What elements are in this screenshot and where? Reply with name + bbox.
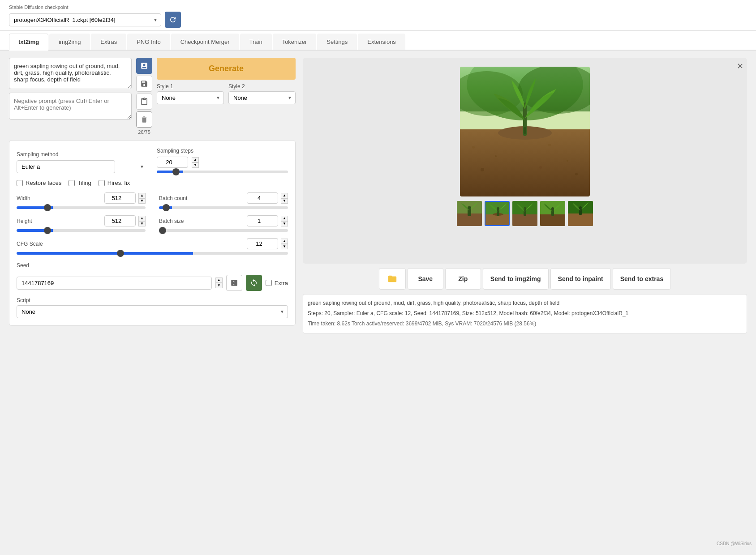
seed-stepper[interactable]: ▲ ▼ — [215, 278, 223, 288]
restore-faces-checkbox[interactable]: Restore faces — [17, 179, 61, 186]
trash-button[interactable] — [136, 111, 152, 128]
checkpoint-select-wrapper[interactable]: protogenX34OfficialR_1.ckpt [60fe2f34] ▼ — [9, 13, 161, 26]
send-to-img2img-button[interactable]: Send to img2img — [483, 268, 549, 290]
style1-select-wrapper[interactable]: None ▼ — [157, 91, 224, 104]
height-input[interactable] — [104, 215, 136, 226]
sampling-method-select[interactable]: Euler a — [17, 160, 115, 173]
folder-button[interactable] — [379, 268, 406, 290]
tab-tokenizer[interactable]: Tokenizer — [273, 34, 317, 50]
height-stepper[interactable]: ▲ ▼ — [138, 216, 146, 226]
tab-extras[interactable]: Extras — [91, 34, 126, 50]
sampling-steps-group: Sampling steps ▲ ▼ — [157, 148, 288, 173]
steps-up[interactable]: ▲ — [192, 157, 199, 162]
sampling-steps-input[interactable] — [157, 157, 188, 168]
cfg-scale-up[interactable]: ▲ — [281, 239, 288, 244]
batch-count-input[interactable] — [247, 192, 278, 204]
send-to-inpaint-button[interactable]: Send to inpaint — [550, 268, 611, 290]
positive-prompt-input[interactable] — [9, 58, 132, 89]
tab-txt2img[interactable]: txt2img — [9, 34, 48, 51]
batch-count-down[interactable]: ▼ — [281, 198, 288, 204]
thumb-1-image — [457, 201, 482, 226]
extra-input[interactable] — [266, 280, 272, 286]
action-buttons-row: Save Zip Send to img2img Send to inpaint… — [303, 268, 747, 290]
height-up[interactable]: ▲ — [138, 216, 146, 221]
hires-fix-checkbox[interactable]: Hires. fix — [99, 179, 130, 186]
tab-checkpoint-merger[interactable]: Checkpoint Merger — [171, 34, 239, 50]
extra-checkbox[interactable]: Extra — [266, 280, 288, 286]
tiling-checkbox[interactable]: Tiling — [69, 179, 91, 186]
style2-select-wrapper[interactable]: None ▼ — [228, 91, 296, 104]
style-row: Style 1 None ▼ Style 2 None — [157, 83, 296, 104]
tab-png-info[interactable]: PNG Info — [127, 34, 170, 50]
batch-size-input[interactable] — [247, 215, 278, 226]
batch-count-up[interactable]: ▲ — [281, 193, 288, 198]
recycle-seed-button[interactable] — [246, 275, 262, 291]
refresh-button[interactable] — [165, 12, 181, 28]
width-down[interactable]: ▼ — [138, 198, 146, 204]
paste-icon-button[interactable] — [136, 58, 152, 74]
seed-down[interactable]: ▼ — [215, 283, 223, 288]
width-up[interactable]: ▲ — [138, 193, 146, 198]
close-image-button[interactable]: ✕ — [737, 61, 743, 71]
sampling-steps-slider[interactable] — [157, 171, 288, 173]
watermark: CSDN @WiSirius — [717, 541, 752, 546]
height-value-row: Height ▲ ▼ — [17, 215, 146, 226]
tab-extensions[interactable]: Extensions — [358, 34, 405, 50]
save-button[interactable]: Save — [408, 268, 443, 290]
hires-fix-label: Hires. fix — [107, 179, 130, 186]
width-stepper[interactable]: ▲ ▼ — [138, 193, 146, 204]
thumbnail-4[interactable] — [540, 201, 565, 226]
checkpoint-label: Stable Diffusion checkpoint — [9, 4, 747, 10]
batch-size-up[interactable]: ▲ — [281, 216, 288, 221]
height-down[interactable]: ▼ — [138, 221, 146, 226]
thumbnail-5[interactable] — [568, 201, 593, 226]
restore-faces-input[interactable] — [17, 180, 23, 186]
cfg-scale-input[interactable] — [247, 238, 278, 249]
cfg-scale-slider[interactable] — [17, 252, 288, 255]
script-select-wrapper[interactable]: None ▼ — [17, 305, 288, 318]
dice-button[interactable] — [226, 275, 242, 291]
seed-label: Seed — [17, 262, 29, 269]
seed-up[interactable]: ▲ — [215, 278, 223, 283]
cfg-scale-label: CFG Scale — [17, 241, 244, 247]
style2-select[interactable]: None — [228, 91, 296, 104]
generate-button[interactable]: Generate — [157, 58, 296, 80]
clipboard-button[interactable] — [136, 94, 152, 110]
cfg-scale-stepper[interactable]: ▲ ▼ — [281, 239, 288, 249]
batch-size-slider[interactable] — [159, 229, 288, 232]
script-select[interactable]: None — [17, 305, 288, 318]
extra-label: Extra — [275, 280, 288, 286]
tab-settings[interactable]: Settings — [317, 34, 357, 50]
width-input[interactable] — [104, 192, 136, 204]
batch-size-down[interactable]: ▼ — [281, 221, 288, 226]
cfg-scale-down[interactable]: ▼ — [281, 244, 288, 249]
seed-input[interactable] — [17, 277, 212, 290]
width-slider[interactable] — [17, 206, 146, 209]
steps-down[interactable]: ▼ — [192, 162, 199, 168]
zip-button[interactable]: Zip — [445, 268, 481, 290]
tab-train[interactable]: Train — [240, 34, 272, 50]
thumbnail-2[interactable] — [485, 201, 510, 226]
batch-count-slider[interactable] — [159, 206, 288, 209]
tiling-input[interactable] — [69, 180, 75, 186]
batch-count-stepper[interactable]: ▲ ▼ — [281, 193, 288, 204]
batch-size-stepper[interactable]: ▲ ▼ — [281, 216, 288, 226]
svg-point-7 — [495, 155, 497, 157]
checkpoint-select[interactable]: protogenX34OfficialR_1.ckpt [60fe2f34] — [9, 13, 161, 26]
negative-prompt-input[interactable] — [9, 93, 132, 120]
thumb-4-image — [540, 201, 565, 226]
script-row: Script None ▼ — [17, 297, 288, 318]
thumbnail-1[interactable] — [457, 201, 482, 226]
tab-img2img[interactable]: img2img — [49, 34, 90, 50]
save-style-button[interactable] — [136, 76, 152, 92]
height-slider[interactable] — [17, 229, 146, 232]
send-to-extras-button[interactable]: Send to extras — [613, 268, 671, 290]
thumbnail-3[interactable] — [512, 201, 537, 226]
hires-fix-input[interactable] — [99, 180, 105, 186]
sampling-method-select-wrapper[interactable]: Euler a ▼ — [17, 160, 148, 173]
style1-label: Style 1 — [157, 83, 224, 90]
main-content: 26/75 Generate Style 1 None ▼ — [0, 51, 756, 341]
sampling-steps-stepper[interactable]: ▲ ▼ — [192, 157, 199, 168]
svg-rect-15 — [524, 127, 526, 134]
style1-select[interactable]: None — [157, 91, 224, 104]
